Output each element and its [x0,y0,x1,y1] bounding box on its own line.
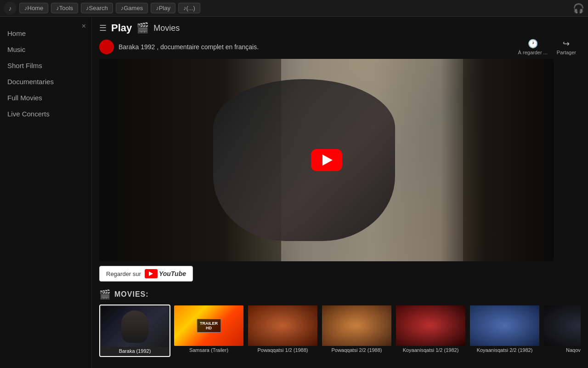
thumbnail-item-koyaanisqatsi-2[interactable]: Koyaanisqatsi 2/2 (1982) [469,305,540,357]
nav-more[interactable]: ♪(...) [178,3,200,13]
watch-later-button[interactable]: 🕐 À regarder ... [518,39,548,55]
movies-section: 🎬 MOVIES: Baraka (1992) TRAILERHD Samsar… [99,289,581,361]
thumbnail-label-koyaanisqatsi-1: Koyaanisqatsi 1/2 (1982) [396,346,465,354]
thumbnail-image-naqovqatsi [544,305,581,346]
nav-home[interactable]: ♪Home [19,3,48,13]
thumbnail-item-samsara[interactable]: TRAILERHD Samsara (Trailer) [173,305,244,357]
video-player[interactable] [99,59,554,261]
thumbnail-item-powaqqatsi-1[interactable]: Powaqqatsi 1/2 (1988) [247,305,318,357]
clapper-icon: 🎬 [136,22,149,34]
thumbnail-label-powaqqatsi-1: Powaqqatsi 1/2 (1988) [248,346,317,354]
main-content: ☰ Play 🎬 Movies Baraka 1992 , documentai… [92,17,588,368]
page-title: Play [111,22,132,34]
movies-label: Movies [153,23,180,33]
nav-search[interactable]: ♪Search [81,3,113,13]
watch-on-youtube-button[interactable]: Regarder sur YouTube [99,266,193,282]
thumbnail-image-samsara: TRAILERHD [174,305,243,346]
sidebar-item-music[interactable]: Music [7,46,84,53]
scene-dark-right [441,59,554,261]
thumbnail-item-naqovqatsi[interactable]: Naqovqatsi [543,305,581,357]
sidebar-item-home[interactable]: Home [7,29,84,37]
topbar: ♪ ♪Home ♪Tools ♪Search ♪Games ♪Play ♪(..… [0,0,588,17]
share-icon: ↪ [563,39,570,49]
sidebar-item-live-concerts[interactable]: Live Concerts [7,110,84,118]
thumbnail-item-koyaanisqatsi-1[interactable]: Koyaanisqatsi 1/2 (1982) [395,305,466,357]
nav-games[interactable]: ♪Games [116,3,148,13]
thumbnail-image-baraka [101,306,169,347]
youtube-logo: YouTube [145,269,186,278]
scene-figure [213,79,395,241]
menu-icon: ☰ [99,23,107,33]
page-header: ☰ Play 🎬 Movies [99,22,581,34]
share-label: Partager [557,50,576,55]
movies-clapper-icon: 🎬 [99,289,111,300]
youtube-text: YouTube [159,270,186,277]
clock-icon: 🕐 [528,39,538,49]
headphone-icon: 🎧 [573,3,584,14]
share-button[interactable]: ↪ Partager [557,39,576,55]
channel-icon [99,40,114,54]
sidebar: × Home Music Short Films Documentaries F… [0,17,92,368]
app-logo: ♪ [4,2,17,15]
video-actions: 🕐 À regarder ... ↪ Partager [518,39,576,55]
trailer-badge: TRAILERHD [197,319,221,333]
thumbnail-label-samsara: Samsara (Trailer) [174,346,243,354]
thumbnail-label-powaqqatsi-2: Powaqqatsi 2/2 (1988) [322,346,391,354]
sidebar-item-short-films[interactable]: Short Films [7,62,84,69]
thumbnail-label-koyaanisqatsi-2: Koyaanisqatsi 2/2 (1982) [470,346,539,354]
thumbnail-item-baraka[interactable]: Baraka (1992) [99,305,170,357]
thumbnail-image-powaqqatsi-2 [322,305,391,346]
close-button[interactable]: × [82,22,86,30]
video-info-bar: Baraka 1992 , documentaire complet en fr… [99,39,581,55]
thumbnail-label-naqovqatsi: Naqovqatsi [544,346,581,354]
nav-tools[interactable]: ♪Tools [51,3,78,13]
sidebar-nav: Home Music Short Films Documentaries Ful… [7,29,84,118]
watch-later-label: À regarder ... [518,50,548,55]
thumbnails-row: Baraka (1992) TRAILERHD Samsara (Trailer… [99,305,581,361]
thumbnail-image-powaqqatsi-1 [248,305,317,346]
watch-on-label: Regarder sur [106,270,141,277]
thumbnail-image-koyaanisqatsi-2 [470,305,539,346]
thumbnail-item-powaqqatsi-2[interactable]: Powaqqatsi 2/2 (1988) [321,305,392,357]
play-button[interactable] [311,149,342,171]
nav-play[interactable]: ♪Play [151,3,175,13]
movies-title: MOVIES: [114,290,149,299]
thumbnail-label-baraka: Baraka (1992) [101,347,169,355]
sidebar-item-full-movies[interactable]: Full Movies [7,94,84,102]
movies-header: 🎬 MOVIES: [99,289,581,300]
video-title: Baraka 1992 , documentaire complet en fr… [119,43,518,51]
youtube-icon [145,269,158,278]
sidebar-item-documentaries[interactable]: Documentaries [7,78,84,86]
thumbnail-image-koyaanisqatsi-1 [396,305,465,346]
